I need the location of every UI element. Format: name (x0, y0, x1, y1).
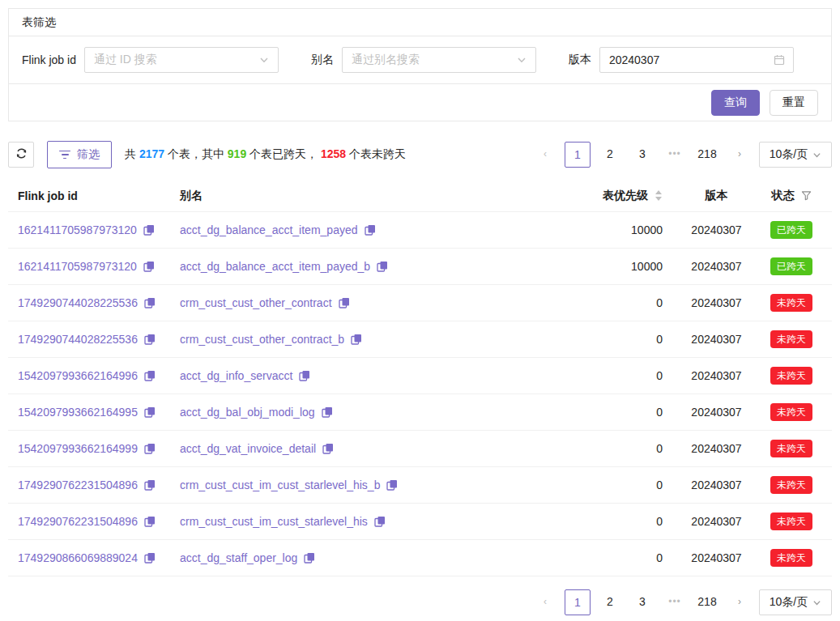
alias-link[interactable]: crm_cust_cust_other_contract_b (180, 333, 344, 346)
table-summary: 共 2177 个表，其中 919 个表已跨天， 1258 个表未跨天 (125, 147, 406, 162)
alias-link[interactable]: acct_dg_info_servacct (180, 369, 292, 382)
status-badge: 未跨天 (770, 403, 812, 421)
table-row: 1749290744028225536 crm_cust_cust_other_… (8, 285, 832, 321)
status-badge: 未跨天 (770, 294, 812, 312)
version-cell: 20240307 (682, 551, 751, 564)
query-button[interactable]: 查询 (711, 90, 760, 116)
copy-icon[interactable] (299, 370, 310, 381)
priority-cell: 0 (544, 333, 682, 346)
pagination-page-last[interactable]: 218 (694, 142, 720, 168)
job-id-link[interactable]: 1542097993662164999 (18, 442, 138, 455)
copy-icon[interactable] (365, 224, 376, 236)
filter-funnel-icon[interactable] (801, 190, 812, 201)
filter-panel-title: 表筛选 (9, 9, 831, 36)
pagination-ellipsis[interactable]: ••• (662, 589, 688, 615)
priority-cell: 0 (544, 369, 682, 382)
pagination-prev-icon[interactable]: ‹ (532, 142, 558, 168)
version-date-input[interactable]: 20240307 (599, 47, 794, 73)
job-id-link[interactable]: 1621411705987973120 (18, 260, 137, 273)
copy-icon[interactable] (144, 516, 156, 527)
job-id-select[interactable]: 通过 ID 搜索 (84, 47, 279, 73)
page-size-select[interactable]: 10条/页 (759, 589, 832, 615)
copy-icon[interactable] (386, 479, 398, 491)
copy-icon[interactable] (304, 552, 315, 564)
priority-cell: 0 (544, 515, 682, 528)
copy-icon[interactable] (144, 297, 156, 308)
alias-link[interactable]: acct_dg_bal_obj_modi_log (180, 406, 315, 419)
refresh-button[interactable] (8, 142, 34, 168)
pagination-ellipsis[interactable]: ••• (662, 142, 688, 168)
filter-button[interactable]: 筛选 (47, 141, 112, 168)
copy-icon[interactable] (144, 479, 156, 491)
chevron-down-icon (812, 598, 821, 607)
job-id-link[interactable]: 1542097993662164996 (18, 369, 138, 382)
tables-table: Flink job id 别名 表优先级 版本 状态 1621411705987… (8, 180, 832, 576)
page-size-select[interactable]: 10条/页 (759, 142, 832, 168)
table-row: 1542097993662164999 acct_dg_vat_invoice_… (8, 431, 832, 467)
table-row: 1542097993662164995 acct_dg_bal_obj_modi… (8, 394, 832, 431)
alias-select[interactable]: 通过别名搜索 (342, 47, 536, 73)
pagination-next-icon[interactable]: › (727, 142, 753, 168)
copy-icon[interactable] (377, 261, 388, 272)
job-id-link[interactable]: 1542097993662164995 (18, 406, 138, 419)
job-id-link[interactable]: 1749290762231504896 (18, 479, 138, 491)
copy-icon[interactable] (144, 370, 156, 381)
alias-link[interactable]: acct_dg_balance_acct_item_payed (180, 223, 358, 236)
table-row: 1749290762231504896 crm_cust_cust_im_cus… (8, 504, 832, 540)
pagination-page-2[interactable]: 2 (597, 142, 623, 168)
copy-icon[interactable] (351, 334, 362, 345)
table-header-row: Flink job id 别名 表优先级 版本 状态 (8, 180, 832, 212)
copy-icon[interactable] (339, 297, 350, 308)
page-size-value: 10条/页 (770, 595, 808, 610)
pagination-top: ‹ 1 2 3 ••• 218 › 10条/页 (532, 142, 832, 168)
alias-link[interactable]: crm_cust_cust_im_cust_starlevel_his_b (180, 479, 380, 491)
copy-icon[interactable] (144, 552, 156, 564)
pagination-page-2[interactable]: 2 (597, 589, 623, 615)
job-id-link[interactable]: 1749290744028225536 (18, 296, 138, 309)
alias-link[interactable]: acct_dg_vat_invoice_detail (180, 442, 316, 455)
copy-icon[interactable] (144, 334, 156, 345)
alias-link[interactable]: crm_cust_cust_other_contract (180, 296, 332, 309)
job-id-link[interactable]: 1621411705987973120 (18, 223, 137, 236)
job-id-link[interactable]: 1749290744028225536 (18, 333, 138, 346)
alias-placeholder: 通过别名搜索 (352, 53, 420, 67)
summary-not-crossed-count: 1258 (321, 147, 346, 160)
table-row: 1542097993662164996 acct_dg_info_servacc… (8, 358, 832, 394)
reset-button[interactable]: 重置 (770, 90, 818, 116)
copy-icon[interactable] (322, 406, 333, 418)
copy-icon[interactable] (322, 443, 334, 454)
status-badge: 未跨天 (770, 476, 812, 494)
version-cell: 20240307 (682, 333, 751, 346)
alias-link[interactable]: acct_dg_balance_acct_item_payed_b (180, 260, 370, 273)
version-cell: 20240307 (682, 369, 751, 382)
job-id-link[interactable]: 1749290762231504896 (18, 515, 138, 528)
status-badge: 未跨天 (770, 330, 812, 348)
filter-item-alias: 别名 通过别名搜索 (311, 47, 536, 73)
copy-icon[interactable] (374, 516, 386, 527)
sort-icon[interactable] (655, 190, 663, 201)
pagination-prev-icon[interactable]: ‹ (532, 589, 558, 615)
alias-link[interactable]: crm_cust_cust_im_cust_starlevel_his (180, 515, 368, 528)
pagination-page-1[interactable]: 1 (565, 589, 591, 615)
pagination-page-1[interactable]: 1 (565, 142, 591, 168)
summary-total-count: 2177 (139, 147, 164, 160)
priority-cell: 0 (544, 479, 682, 491)
pagination-page-3[interactable]: 3 (629, 589, 655, 615)
summary-seg2: 个表，其中 (164, 147, 228, 160)
job-id-link[interactable]: 1749290866069889024 (18, 551, 138, 564)
table-row: 1749290866069889024 acct_dg_staff_oper_l… (8, 540, 832, 576)
alias-link[interactable]: acct_dg_staff_oper_log (180, 551, 297, 564)
version-cell: 20240307 (682, 260, 751, 273)
filter-actions-row: 查询 重置 (9, 84, 831, 121)
filter-button-label: 筛选 (77, 147, 100, 162)
copy-icon[interactable] (144, 443, 156, 454)
copy-icon[interactable] (143, 224, 155, 236)
job-id-label: Flink job id (22, 53, 76, 66)
calendar-icon (774, 54, 785, 66)
pagination-page-last[interactable]: 218 (694, 589, 720, 615)
version-cell: 20240307 (682, 296, 751, 309)
copy-icon[interactable] (143, 261, 155, 272)
pagination-page-3[interactable]: 3 (629, 142, 655, 168)
copy-icon[interactable] (144, 406, 156, 418)
pagination-next-icon[interactable]: › (727, 589, 753, 615)
